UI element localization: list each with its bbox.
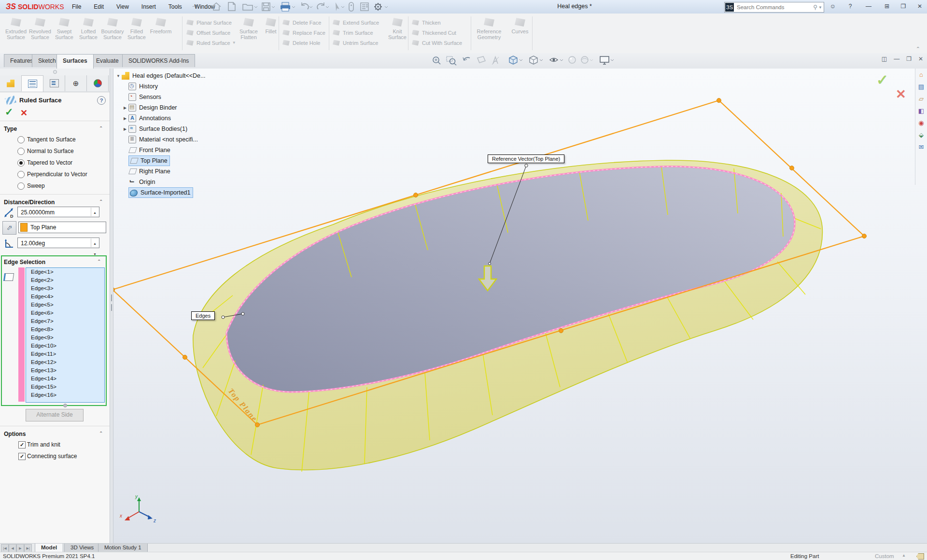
ribbon-large-button[interactable]: Curves [506, 16, 534, 40]
distance-field[interactable]: 25.00000mm ▲▼ [17, 207, 99, 217]
tab-surfaces[interactable]: Surfaces [56, 54, 94, 69]
tree-item-right-plane[interactable]: Right Plane [115, 166, 260, 177]
section-distance-header[interactable]: Distance/Direction [4, 199, 55, 206]
collapse-chevron-icon[interactable]: ⌃ [97, 259, 101, 264]
expand-arrow-icon[interactable]: ▼ [115, 74, 122, 78]
tab-dimxpert-manager[interactable]: ⊕ [65, 75, 87, 91]
pane-split-icon[interactable]: ◫ [882, 56, 887, 62]
tree-item-design-binder[interactable]: ▶ Design Binder [115, 102, 260, 113]
tab-solidworks-add-ins[interactable]: SOLIDWORKS Add-Ins [122, 54, 195, 67]
ribbon-large-button[interactable]: ExtrudedSurface [4, 16, 28, 40]
search-commands-box[interactable]: ЗS ⚲︎ ▼ [724, 2, 824, 13]
search-dropdown-icon[interactable]: ▼ [818, 5, 822, 10]
close-icon[interactable]: ✕ [913, 1, 926, 12]
section-type-header[interactable]: Type [4, 126, 17, 132]
forum-icon[interactable]: ✉ [919, 144, 924, 151]
ribbon-large-button[interactable]: SweptSurface [52, 16, 76, 40]
units-dropdown-icon[interactable]: ▲ [902, 553, 906, 558]
edge-item[interactable]: Edge<16> [26, 391, 104, 399]
edge-item[interactable]: Edge<4> [26, 293, 104, 301]
quick-access-toolbar[interactable] [210, 0, 413, 13]
radio-tapered[interactable] [17, 159, 25, 167]
section-options-header[interactable]: Options [4, 431, 26, 437]
ribbon-large-button[interactable]: BoundarySurface [100, 16, 125, 40]
checkbox-connecting-surface[interactable]: ✓ [18, 453, 26, 460]
tree-item-top-plane[interactable]: Top Plane [115, 155, 260, 166]
tree-item-history[interactable]: History [115, 81, 260, 92]
tree-item-front-plane[interactable]: Front Plane [115, 145, 260, 155]
tree-item-sensors[interactable]: Sensors [115, 92, 260, 102]
ribbon-row-button[interactable]: Trim Surface [333, 28, 379, 38]
menu-item[interactable]: View [111, 0, 134, 14]
tab-model[interactable]: Model [35, 544, 63, 552]
edge-item[interactable]: Edge<3> [26, 284, 104, 293]
doc-close-icon[interactable]: ✕ [918, 56, 923, 62]
home-icon[interactable]: ⌂ [919, 71, 923, 78]
tab-configuration-manager[interactable] [43, 75, 65, 91]
edge-item[interactable]: Edge<11> [26, 350, 104, 358]
ribbon-row-button[interactable]: Extend Surface [333, 17, 379, 28]
doc-minimize-icon[interactable]: — [894, 56, 899, 62]
edge-item[interactable]: Edge<2> [26, 276, 104, 284]
radio-sweep[interactable] [17, 182, 25, 190]
ribbon-large-button[interactable]: RevolvedSurface [28, 16, 52, 40]
menu-item[interactable]: Edit [88, 0, 109, 14]
ribbon-row-button[interactable]: Offset Surface [186, 28, 236, 38]
tab-property-manager[interactable] [22, 75, 43, 92]
tree-item-surface-imported1[interactable]: Surface-Imported1 [115, 187, 260, 198]
ribbon-row-button[interactable]: Thickened Cut [412, 28, 462, 38]
user-icon[interactable]: ☺︎ [827, 1, 839, 12]
listbox-resize-handle[interactable] [63, 404, 67, 407]
ribbon-large-button[interactable]: KnitSurface [386, 16, 408, 40]
edge-item[interactable]: Edge<10> [26, 342, 104, 350]
ribbon-row-button[interactable]: Delete Face [282, 17, 325, 28]
edge-item[interactable]: Edge<13> [26, 366, 104, 375]
edge-item[interactable]: Edge<9> [26, 334, 104, 342]
help-icon[interactable]: ? [97, 96, 106, 105]
edge-item[interactable]: Edge<8> [26, 325, 104, 334]
edge-item[interactable]: Edge<5> [26, 301, 104, 309]
angle-field[interactable]: 12.00deg ▲▼ [17, 238, 99, 248]
ribbon-row-button[interactable]: Thicken [412, 17, 462, 28]
edge-item[interactable]: Edge<7> [26, 317, 104, 325]
panel-splitter[interactable] [110, 69, 113, 543]
expand-arrow-icon[interactable]: ▶ [122, 106, 128, 110]
custom-properties-icon[interactable]: ⬙ [919, 132, 924, 139]
radio-perpendicular[interactable] [17, 171, 25, 178]
spinner[interactable]: ▲▼ [91, 238, 98, 247]
tab-3d-views[interactable]: 3D Views [64, 544, 100, 552]
menu-item[interactable]: Tools [163, 0, 187, 14]
tree-root[interactable]: ▼ Heal edges (Default<<De... [115, 70, 260, 81]
units-selector[interactable]: Custom [875, 553, 894, 559]
ribbon-row-button[interactable]: Replace Face [282, 28, 325, 38]
collapse-chevron-icon[interactable]: ⌃ [99, 126, 103, 131]
cancel-button[interactable]: ✕ [20, 108, 28, 118]
expand-arrow-icon[interactable]: ▶ [122, 127, 128, 131]
edge-item[interactable]: Edge<1> [26, 268, 104, 276]
search-icon[interactable]: ⚲︎ [813, 4, 817, 11]
view-palette-icon[interactable]: ◧ [918, 108, 924, 114]
expand-arrow-icon[interactable]: ▶ [122, 116, 128, 121]
tree-item-annotations[interactable]: ▶ Annotations [115, 113, 260, 124]
tree-item-material[interactable]: Material <not specifi... [115, 134, 260, 145]
tab-evaluate[interactable]: Evaluate [90, 54, 125, 67]
minimize-icon[interactable]: — [862, 1, 875, 12]
alternate-side-button[interactable]: Alternate Side [26, 409, 84, 421]
design-library-icon[interactable]: ▤ [918, 84, 924, 90]
confirm-ok-icon[interactable]: ✓ [876, 71, 888, 88]
radio-tangent[interactable] [17, 136, 25, 143]
tab-motion-study-1[interactable]: Motion Study 1 [98, 544, 148, 552]
section-edges-header[interactable]: Edge Selection [4, 259, 45, 266]
ribbon-large-button[interactable]: SurfaceFlatten [238, 16, 260, 40]
selected-tree-item[interactable]: Surface-Imported1 [128, 187, 193, 198]
graphics-area[interactable]: Top Plane y [0, 69, 927, 543]
ribbon-large-button[interactable]: LoftedSurface [76, 16, 100, 40]
ribbon-row-button[interactable]: Ruled Surface▼ [186, 38, 236, 48]
panel-grip[interactable] [0, 69, 110, 76]
ribbon-large-button[interactable]: FilledSurface [125, 16, 149, 40]
last-icon[interactable]: ▶| [24, 544, 32, 552]
menu-item[interactable]: Insert [136, 0, 161, 14]
tab-feature-manager[interactable] [0, 75, 22, 91]
edge-item[interactable]: Edge<6> [26, 309, 104, 317]
tile-icon[interactable]: ⊞ [881, 1, 893, 12]
